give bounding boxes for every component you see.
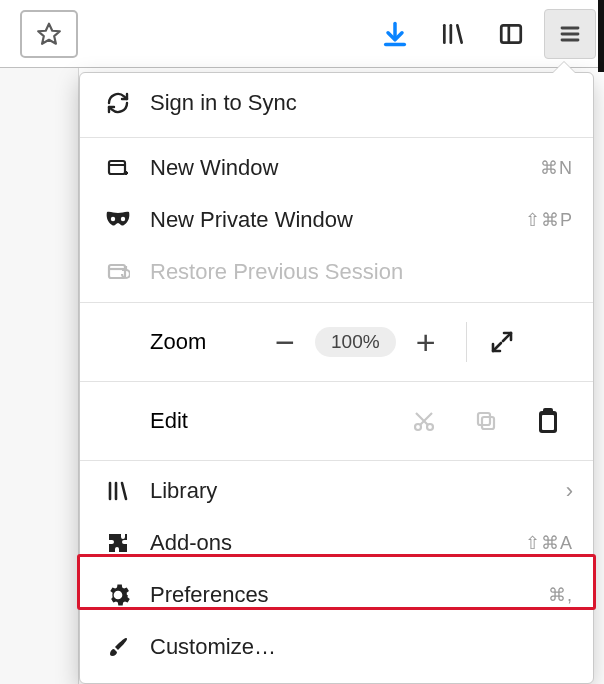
copy-icon (474, 409, 498, 433)
library-button[interactable] (428, 9, 478, 59)
svg-rect-26 (543, 408, 553, 414)
gear-icon (104, 581, 132, 609)
menu-item-new-window[interactable]: New Window ⌘N (80, 142, 593, 194)
zoom-value[interactable]: 100% (315, 327, 396, 357)
svg-point-14 (121, 217, 125, 221)
svg-marker-0 (38, 23, 60, 43)
menu-label: Restore Previous Session (150, 259, 573, 285)
menu-shortcut: ⇧⌘P (525, 209, 573, 231)
window-plus-icon (104, 154, 132, 182)
hamburger-icon (558, 22, 582, 46)
scissors-icon (412, 409, 436, 433)
sync-icon (104, 89, 132, 117)
bookmark-button[interactable] (20, 10, 78, 58)
menu-label: Sign in to Sync (150, 90, 573, 116)
library-icon (104, 477, 132, 505)
sidebar-button[interactable] (486, 9, 536, 59)
menu-label: Customize… (150, 634, 573, 660)
star-icon (36, 21, 62, 47)
menu-pointer (552, 62, 576, 74)
fullscreen-icon (490, 330, 514, 354)
menu-item-library[interactable]: Library › (80, 465, 593, 517)
menu-item-customize[interactable]: Customize… (80, 621, 593, 673)
menu-separator (80, 302, 593, 303)
mask-icon (104, 206, 132, 234)
hamburger-menu-button[interactable] (544, 9, 596, 59)
menu-shortcut: ⌘, (548, 584, 573, 606)
menu-shortcut: ⇧⌘A (525, 532, 573, 554)
app-menu-panel: Sign in to Sync New Window ⌘N New Privat… (79, 72, 594, 684)
menu-item-sync[interactable]: Sign in to Sync (80, 73, 593, 133)
zoom-out-button[interactable]: − (255, 323, 315, 362)
menu-separator (80, 137, 593, 138)
clipboard-icon (537, 408, 559, 434)
svg-rect-9 (109, 161, 125, 174)
plus-icon: + (416, 323, 436, 362)
library-icon (440, 21, 466, 47)
zoom-label: Zoom (150, 329, 255, 355)
edit-label: Edit (150, 408, 393, 434)
svg-rect-24 (478, 413, 490, 425)
svg-line-3 (457, 25, 461, 42)
restore-window-icon (104, 258, 132, 286)
svg-rect-27 (542, 415, 554, 430)
menu-item-preferences[interactable]: Preferences ⌘, (80, 569, 593, 621)
copy-button[interactable] (455, 409, 517, 433)
menu-label: Preferences (150, 582, 530, 608)
divider (466, 322, 467, 362)
chevron-right-icon: › (566, 478, 573, 504)
menu-item-zoom: Zoom − 100% + (80, 307, 593, 377)
zoom-in-button[interactable]: + (396, 323, 456, 362)
svg-point-13 (111, 217, 115, 221)
paintbrush-icon (104, 633, 132, 661)
puzzle-icon (104, 529, 132, 557)
menu-item-addons[interactable]: Add-ons ⇧⌘A (80, 517, 593, 569)
svg-rect-4 (501, 25, 521, 42)
cut-button[interactable] (393, 409, 455, 433)
downloads-button[interactable] (370, 9, 420, 59)
menu-label: New Private Window (150, 207, 507, 233)
svg-point-31 (115, 592, 122, 599)
paste-button[interactable] (517, 408, 579, 434)
menu-shortcut: ⌘N (540, 157, 573, 179)
fullscreen-button[interactable] (477, 330, 527, 354)
browser-toolbar (0, 0, 604, 68)
download-arrow-icon (381, 20, 409, 48)
svg-rect-23 (482, 417, 494, 429)
menu-separator (80, 381, 593, 382)
window-edge (598, 0, 604, 72)
svg-line-30 (122, 483, 126, 499)
minus-icon: − (275, 323, 295, 362)
menu-label: Library (150, 478, 548, 504)
page-background (0, 68, 79, 684)
menu-item-new-private-window[interactable]: New Private Window ⇧⌘P (80, 194, 593, 246)
menu-separator (80, 460, 593, 461)
menu-label: New Window (150, 155, 522, 181)
menu-item-restore-session: Restore Previous Session (80, 246, 593, 298)
sidebar-icon (498, 21, 524, 47)
menu-item-edit: Edit (80, 386, 593, 456)
menu-label: Add-ons (150, 530, 507, 556)
